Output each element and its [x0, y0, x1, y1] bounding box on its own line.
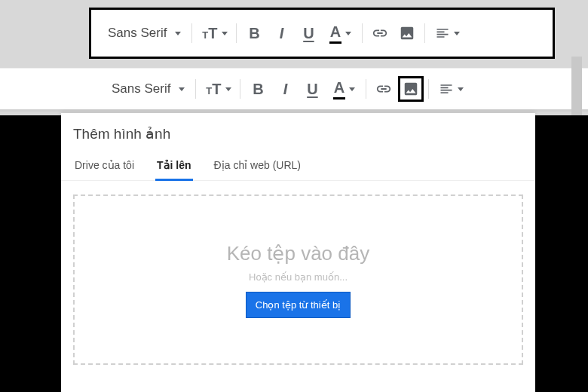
text-size-icon: TT [201, 25, 217, 42]
font-picker[interactable]: Sans Serif [102, 23, 187, 44]
separator [428, 79, 429, 99]
separator [195, 79, 196, 99]
chevron-down-icon [175, 32, 181, 35]
font-label: Sans Serif [108, 26, 167, 41]
italic-button[interactable]: I [272, 76, 298, 102]
separator [240, 79, 240, 99]
font-label: Sans Serif [112, 81, 170, 96]
file-dropzone[interactable]: Kéo tệp vào đây Hoặc nếu bạn muốn... Chọ… [73, 194, 523, 365]
toolbar-secondary: Sans Serif TT B I U A [0, 68, 588, 112]
background-left [0, 115, 61, 392]
text-size-icon: TT [205, 81, 221, 98]
text-color-icon: A [329, 23, 341, 44]
separator [191, 23, 192, 43]
image-icon [399, 25, 415, 41]
insert-link-button[interactable] [371, 76, 397, 102]
underline-button[interactable]: U [296, 20, 321, 46]
insert-image-dialog: Thêm hình ảnh Drive của tôi Tải lên Địa … [61, 113, 535, 392]
insert-link-button[interactable] [367, 20, 393, 46]
scrollbar[interactable] [571, 57, 582, 117]
dropzone-main-text: Kéo tệp vào đây [227, 242, 369, 265]
dialog-title: Thêm hình ảnh [61, 113, 535, 150]
toolbar-highlighted: Sans Serif TT B I U A [89, 8, 555, 59]
chevron-down-icon [454, 32, 460, 35]
tab-url[interactable]: Địa chỉ web (URL) [213, 155, 302, 180]
align-left-icon [439, 81, 454, 96]
dropzone-sub-text: Hoặc nếu bạn muốn... [249, 271, 348, 283]
dialog-tabs: Drive của tôi Tải lên Địa chỉ web (URL) [61, 150, 535, 181]
font-size-button[interactable]: TT [201, 76, 235, 102]
bold-button[interactable]: B [241, 20, 267, 46]
font-picker[interactable]: Sans Serif [106, 78, 191, 100]
chevron-down-icon [345, 32, 351, 35]
insert-image-button[interactable] [394, 20, 420, 46]
separator [236, 23, 237, 43]
underline-button[interactable]: U [299, 76, 325, 102]
font-size-button[interactable]: TT [197, 20, 231, 46]
chevron-down-icon [179, 87, 185, 91]
link-icon [372, 25, 388, 41]
chevron-down-icon [458, 87, 464, 91]
align-button[interactable] [430, 20, 464, 46]
text-color-icon: A [333, 79, 345, 100]
align-button[interactable] [433, 76, 468, 102]
separator [362, 23, 363, 43]
separator [366, 79, 366, 99]
italic-button[interactable]: I [268, 20, 294, 46]
insert-image-button-highlighted[interactable] [398, 76, 424, 102]
dropzone-container: Kéo tệp vào đây Hoặc nếu bạn muốn... Chọ… [61, 181, 535, 365]
chevron-down-icon [225, 87, 231, 91]
image-icon [403, 81, 419, 97]
chevron-down-icon [349, 87, 355, 91]
chevron-down-icon [222, 32, 228, 35]
bold-button[interactable]: B [245, 76, 271, 102]
background-right [535, 115, 588, 392]
link-icon [375, 81, 392, 97]
align-left-icon [435, 26, 450, 41]
tab-my-drive[interactable]: Drive của tôi [73, 155, 136, 180]
separator [424, 23, 425, 43]
tab-upload[interactable]: Tải lên [155, 155, 193, 180]
text-color-button[interactable]: A [323, 20, 357, 46]
choose-file-button[interactable]: Chọn tệp từ thiết bị [246, 292, 351, 318]
text-color-button[interactable]: A [326, 76, 361, 102]
